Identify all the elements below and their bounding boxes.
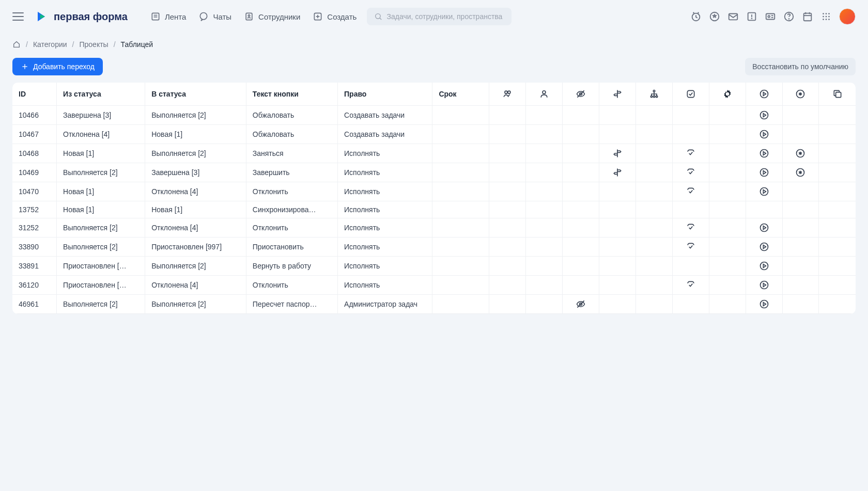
nav-create[interactable]: Создать: [313, 11, 357, 22]
logo[interactable]: первая форма: [34, 9, 128, 24]
reset-button[interactable]: Восстановить по умолчанию: [745, 58, 856, 75]
col-copy-icon[interactable]: [819, 83, 856, 105]
cell-deadline: [432, 256, 489, 275]
cell-play: [746, 294, 782, 313]
cell-deadline: [432, 163, 489, 182]
cell-people: [489, 294, 526, 313]
cell-permission: Исполнять: [338, 182, 432, 201]
star-circle-icon[interactable]: [709, 11, 720, 22]
cell-button-text: Синхронизирова…: [246, 201, 337, 218]
svg-point-33: [823, 19, 824, 20]
cell-permission: Создавать задачи: [338, 105, 432, 124]
cell-id: 33891: [12, 256, 57, 275]
cell-to: Отклонена [4]: [145, 275, 246, 294]
cell-people: [489, 144, 526, 163]
cell-people: [489, 182, 526, 201]
svg-point-39: [508, 91, 510, 93]
cell-hierarchy: [636, 182, 672, 201]
col-signpost-icon[interactable]: [599, 83, 636, 105]
alert-icon[interactable]: [746, 11, 757, 22]
cell-to: Приостановлен [997]: [145, 237, 246, 256]
cell-permission: Администратор задач: [338, 294, 432, 313]
crumb-projects[interactable]: Проекты: [79, 40, 108, 49]
plus-icon: [21, 62, 29, 71]
svg-point-34: [826, 19, 827, 20]
cell-asterisk: [782, 256, 819, 275]
cell-id: 46961: [12, 294, 57, 313]
col-hierarchy-icon[interactable]: [636, 83, 672, 105]
col-gear-icon[interactable]: [709, 83, 746, 105]
cell-hidden: [563, 237, 599, 256]
cell-check: [672, 105, 709, 124]
home-icon[interactable]: [12, 40, 21, 49]
cell-hidden: [563, 294, 599, 313]
col-check-icon[interactable]: [672, 83, 709, 105]
table-row[interactable]: 10469Выполняется [2]Завершена [3]Заверши…: [12, 163, 856, 182]
nav-staff[interactable]: Сотрудники: [244, 11, 300, 22]
crumb-categories[interactable]: Категории: [33, 40, 67, 49]
help-icon[interactable]: [783, 11, 795, 22]
table-row[interactable]: 10466Завершена [3]Выполняется [2]Обжалов…: [12, 105, 856, 124]
col-permission[interactable]: Право: [338, 83, 432, 105]
svg-point-31: [826, 16, 827, 18]
col-deadline[interactable]: Срок: [432, 83, 489, 105]
col-from-status[interactable]: Из статуса: [57, 83, 145, 105]
col-asterisk-icon[interactable]: [782, 83, 819, 105]
nav-chats[interactable]: Чаты: [198, 11, 231, 22]
col-play-icon[interactable]: [746, 83, 782, 105]
avatar[interactable]: [839, 8, 856, 25]
col-button-text[interactable]: Текст кнопки: [246, 83, 337, 105]
cell-people: [489, 237, 526, 256]
cell-hidden: [563, 201, 599, 218]
cell-signpost: [599, 237, 636, 256]
col-id[interactable]: ID: [12, 83, 57, 105]
mail-icon[interactable]: [727, 11, 739, 22]
cell-gear: [709, 105, 746, 124]
cell-from: Новая [1]: [57, 144, 145, 163]
cell-id: 10468: [12, 144, 57, 163]
cell-copy: [819, 201, 856, 218]
nav-feed[interactable]: Лента: [150, 11, 187, 22]
svg-point-46: [653, 96, 655, 97]
search-input[interactable]: [387, 12, 505, 21]
svg-point-9: [376, 14, 380, 19]
menu-icon[interactable]: [12, 12, 24, 21]
cell-asterisk: [782, 201, 819, 218]
table-row[interactable]: 33890Выполняется [2]Приостановлен [997]П…: [12, 237, 856, 256]
svg-line-10: [380, 18, 381, 20]
table-row[interactable]: 10468Новая [1]Выполняется [2]ЗанятьсяИсп…: [12, 144, 856, 163]
cell-permission: Исполнять: [338, 256, 432, 275]
col-hidden-icon[interactable]: [563, 83, 599, 105]
cell-permission: Исполнять: [338, 237, 432, 256]
apps-icon[interactable]: [820, 11, 832, 22]
cell-copy: [819, 275, 856, 294]
add-transition-button[interactable]: Добавить переход: [12, 58, 103, 75]
col-people-icon[interactable]: [489, 83, 526, 105]
svg-point-35: [828, 19, 830, 20]
col-to-status[interactable]: В статуса: [145, 83, 246, 105]
cell-deadline: [432, 124, 489, 144]
clock-icon[interactable]: [690, 11, 702, 22]
cell-signpost: [599, 105, 636, 124]
cell-deadline: [432, 201, 489, 218]
table-row[interactable]: 10467Отклонена [4]Новая [1]ОбжаловатьСоз…: [12, 124, 856, 144]
table-row[interactable]: 31252Выполняется [2]Отклонена [4]Отклони…: [12, 218, 856, 237]
chat-icon: [198, 11, 209, 22]
table-row[interactable]: 13752Новая [1]Новая [1]Синхронизирова…Ис…: [12, 201, 856, 218]
svg-point-49: [760, 90, 768, 98]
cell-to: Выполняется [2]: [145, 144, 246, 163]
table-row[interactable]: 33891Приостановлен […Выполняется [2]Верн…: [12, 256, 856, 275]
table-row[interactable]: 46961Выполняется [2]Выполняется [2]Перес…: [12, 294, 856, 313]
search-box[interactable]: [367, 8, 512, 25]
svg-point-44: [653, 90, 655, 91]
id-icon[interactable]: [765, 11, 776, 22]
col-person-icon[interactable]: [526, 83, 563, 105]
cell-check: [672, 256, 709, 275]
cell-check: [672, 124, 709, 144]
svg-rect-51: [835, 92, 841, 97]
crumb-table[interactable]: Таблицей: [121, 40, 153, 49]
calendar-icon[interactable]: [802, 11, 813, 22]
svg-point-53: [760, 130, 768, 138]
table-row[interactable]: 10470Новая [1]Отклонена [4]ОтклонитьИспо…: [12, 182, 856, 201]
table-row[interactable]: 36120Приостановлен […Отклонена [4]Отклон…: [12, 275, 856, 294]
